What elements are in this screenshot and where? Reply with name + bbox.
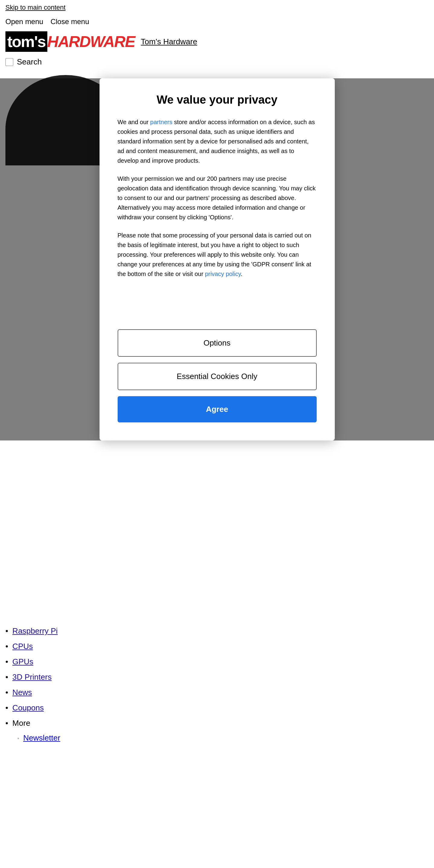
partners-link[interactable]: partners <box>150 119 172 125</box>
nav-link-newsletter[interactable]: Newsletter <box>23 733 60 743</box>
nav-link-cpus[interactable]: CPUs <box>12 642 33 651</box>
bullet-icon: • <box>5 688 8 697</box>
modal-p3-suffix: . <box>241 271 242 277</box>
modal-spacer <box>118 287 317 323</box>
list-item: • GPUs <box>5 654 429 670</box>
nav-link-coupons[interactable]: Coupons <box>12 703 44 713</box>
privacy-policy-link[interactable]: privacy policy <box>205 271 241 277</box>
brand-logo[interactable]: tom'sHARDWARE <box>5 31 135 52</box>
bullet-icon: • <box>5 703 8 713</box>
list-item: • CPUs <box>5 639 429 654</box>
nav-link-3d-printers[interactable]: 3D Printers <box>12 673 52 682</box>
menu-controls: Open menu Close menu <box>0 15 434 28</box>
modal-title: We value your privacy <box>118 93 317 106</box>
modal-paragraph-1: We and our partners store and/or access … <box>118 117 317 165</box>
modal-paragraph-3: Please note that some processing of your… <box>118 230 317 279</box>
bullet-icon: • <box>5 719 8 728</box>
essential-cookies-button[interactable]: Essential Cookies Only <box>118 363 317 390</box>
nav-sublist: ◦ Newsletter <box>5 731 429 745</box>
close-menu-button[interactable]: Close menu <box>50 18 89 26</box>
bullet-circle-icon: ◦ <box>18 736 19 741</box>
skip-to-main-link[interactable]: Skip to main content <box>0 0 434 15</box>
bullet-icon: • <box>5 642 8 651</box>
list-item: ◦ Newsletter <box>18 731 429 745</box>
cookie-modal-box: We value your privacy We and our partner… <box>99 78 335 440</box>
list-item: • More <box>5 716 429 731</box>
nav-list: • Raspberry Pi • CPUs • GPUs • 3D Printe… <box>5 623 429 731</box>
bullet-icon: • <box>5 673 8 682</box>
search-checkbox[interactable] <box>5 58 13 66</box>
search-label: Search <box>17 57 41 67</box>
modal-buttons: Options Essential Cookies Only Agree <box>118 329 317 423</box>
brand-logo-hardware: HARDWARE <box>47 33 135 51</box>
agree-button[interactable]: Agree <box>118 396 317 423</box>
header-brand: tom'sHARDWARE Tom's Hardware <box>0 28 434 55</box>
list-item: • 3D Printers <box>5 670 429 685</box>
brand-name-link[interactable]: Tom's Hardware <box>141 37 197 46</box>
options-button[interactable]: Options <box>118 329 317 357</box>
nav-link-raspberry-pi[interactable]: Raspberry Pi <box>12 626 58 636</box>
bullet-icon: • <box>5 657 8 666</box>
brand-logo-toms: tom's <box>5 31 47 52</box>
nav-link-news[interactable]: News <box>12 688 32 697</box>
search-row: Search <box>0 55 434 69</box>
more-label: More <box>12 719 30 728</box>
modal-p1-prefix: We and our <box>118 119 150 125</box>
list-item: • Coupons <box>5 700 429 716</box>
list-item: • Raspberry Pi <box>5 623 429 639</box>
bullet-icon: • <box>5 626 8 636</box>
list-item: • News <box>5 685 429 700</box>
nav-link-gpus[interactable]: GPUs <box>12 657 33 666</box>
cookie-modal-overlay: We value your privacy We and our partner… <box>0 78 434 440</box>
open-menu-button[interactable]: Open menu <box>5 18 43 26</box>
modal-paragraph-2: With your permission we and our 200 part… <box>118 174 317 222</box>
modal-p1-suffix: store and/or access information on a dev… <box>118 119 315 164</box>
